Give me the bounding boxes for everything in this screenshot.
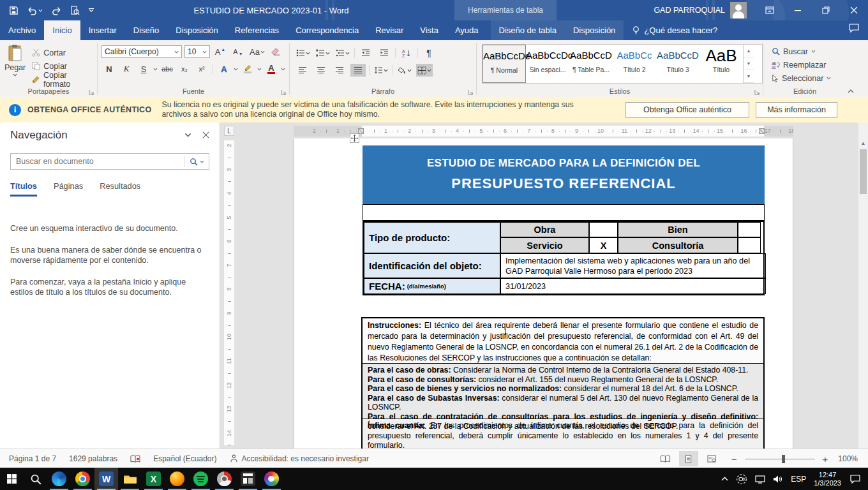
proofing-errors-icon[interactable] [130,455,140,463]
font-color-button[interactable]: A [264,63,279,75]
network-icon[interactable] [755,475,765,484]
tray-chevron-icon[interactable] [721,477,728,481]
style-titulo-3[interactable]: AaBbCcDTítulo 3 [656,45,700,83]
fecha-label[interactable]: FECHA:(día/mes/año) [364,278,500,294]
tab-disposicion[interactable]: Disposición [167,20,226,40]
feedback-icon[interactable] [849,24,859,33]
taskbar-explorer-icon[interactable] [118,468,142,490]
superscript-button[interactable]: x² [194,63,209,75]
notes-section[interactable]: Ínfima cuantía: En los procedimientos de… [363,419,763,449]
line-spacing-button[interactable] [373,64,389,77]
zoom-in-button[interactable]: + [823,454,828,464]
save-button[interactable] [9,6,19,15]
justify-button[interactable] [350,64,366,77]
format-painter-button[interactable]: Copiar formato [30,73,97,86]
language-tray[interactable]: ESP [791,475,806,484]
tab-insertar[interactable]: Insertar [80,20,125,40]
option-consultoria-mark[interactable] [738,237,761,253]
taskbar-edge-icon[interactable] [47,468,71,490]
highlight-button[interactable] [240,63,255,75]
fecha-value[interactable]: 31/01/2023 [500,278,766,294]
horizontal-ruler[interactable]: 21123456789101112131415161718 [294,126,793,137]
styles-scroll-down[interactable]: ▼ [744,57,754,70]
nav-pane-close-icon[interactable] [202,131,209,138]
sort-button[interactable] [399,47,414,59]
find-button[interactable]: Buscar [770,45,846,58]
search-icon[interactable] [185,158,209,166]
borders-button[interactable] [416,64,433,77]
zoom-slider[interactable] [745,459,815,459]
avatar[interactable] [730,2,747,19]
tab-inicio[interactable]: Inicio [44,20,80,40]
option-obra[interactable]: Obra [500,222,589,237]
redo-button[interactable] [52,6,61,15]
tab-disposicion-tabla[interactable]: Disposición [565,20,624,40]
nav-tab-paginas[interactable]: Páginas [54,181,83,197]
strikethrough-button[interactable]: abc [160,63,175,75]
document-search-box[interactable] [10,153,209,170]
tab-archivo[interactable]: Archivo [0,20,44,40]
align-right-button[interactable] [332,64,347,77]
font-dialog-launcher[interactable] [281,89,287,95]
option-consultoria[interactable]: Consultoría [618,237,738,253]
styles-dialog-launcher[interactable] [754,89,760,95]
word-count[interactable]: 1629 palabras [69,454,117,463]
font-name-combo[interactable]: Calibri (Cuerpo) [101,45,182,58]
highlight-dropdown[interactable] [257,68,262,71]
minimize-button[interactable] [784,0,812,20]
taskbar-chrome-icon[interactable] [71,468,94,490]
ribbon-display-options-button[interactable] [756,0,784,20]
tab-stop-selector[interactable]: L [224,126,234,136]
taskbar-search-icon[interactable] [24,468,47,490]
empty-table-row[interactable] [363,204,765,221]
font-size-combo[interactable]: 10 [184,45,210,58]
tab-correspondencia[interactable]: Correspondencia [287,20,367,40]
print-layout-button[interactable] [679,451,698,466]
doc-title-block[interactable]: ESTUDIO DE MERCADO PARA LA DEFINICIÓN DE… [363,145,765,204]
zoom-out-button[interactable]: − [731,454,737,464]
nav-tab-titulos[interactable]: Títulos [10,181,37,197]
style-normal[interactable]: AaBbCcDc¶ Normal [483,45,526,83]
text-effects-button[interactable]: A [216,63,232,75]
page-indicator[interactable]: Página 1 de 7 [9,454,56,463]
document-page[interactable]: ESTUDIO DE MERCADO PARA LA DEFINICIÓN DE… [294,138,793,449]
taskbar-spotify-icon[interactable] [189,468,213,490]
tray-clock[interactable]: 12:471/3/2023 [814,471,841,487]
taskbar-browser2-icon[interactable] [213,468,236,490]
shading-button[interactable] [396,64,413,77]
account-name[interactable]: GAD PARROQUIAL [654,6,725,15]
zoom-level[interactable]: 100% [838,454,858,463]
align-left-button[interactable] [295,64,310,77]
close-button[interactable] [840,0,868,20]
grow-font-button[interactable]: A▲ [213,45,228,58]
tab-referencias[interactable]: Referencias [227,20,287,40]
restore-button[interactable] [812,0,840,20]
style-titulo[interactable]: AaBTítulo [700,45,743,83]
replace-button[interactable]: Reemplazar [770,58,846,71]
tab-diseno[interactable]: Diseño [125,20,167,40]
action-center-icon[interactable] [850,475,860,484]
product-type-label[interactable]: Tipo de producto: [364,222,500,253]
tab-vista[interactable]: Vista [412,20,447,40]
vertical-ruler[interactable]: 234567891011121314 [224,140,234,445]
meet-now-camera-icon[interactable] [736,474,747,484]
taskbar-word-icon[interactable]: W [94,468,118,490]
decrease-indent-button[interactable] [358,47,373,59]
clipboard-dialog-launcher[interactable] [89,89,94,95]
option-bien-mark[interactable] [738,222,761,237]
vertical-scrollbar[interactable]: ▲ [858,122,868,449]
start-button[interactable] [0,468,24,490]
product-type-table[interactable]: Tipo de producto: Obra Bien Servicio X C… [363,221,765,295]
cases-section[interactable]: Para el caso de obras: Considerar la Nor… [363,364,763,419]
table-move-handle[interactable] [350,133,359,143]
read-mode-button[interactable] [656,451,675,466]
tab-revisar[interactable]: Revisar [367,20,412,40]
change-case-button[interactable]: Aa [248,45,266,58]
language-indicator[interactable]: Español (Ecuador) [153,454,216,463]
customize-qat-button[interactable] [89,8,94,12]
zoom-slider-handle[interactable] [782,455,785,463]
cut-button[interactable]: Cortar [30,46,97,59]
object-value[interactable]: Implementación del sistema web y aplicac… [500,253,766,278]
style-titulo-2[interactable]: AaBbCcTítulo 2 [613,45,656,83]
option-servicio-mark[interactable]: X [589,237,618,253]
